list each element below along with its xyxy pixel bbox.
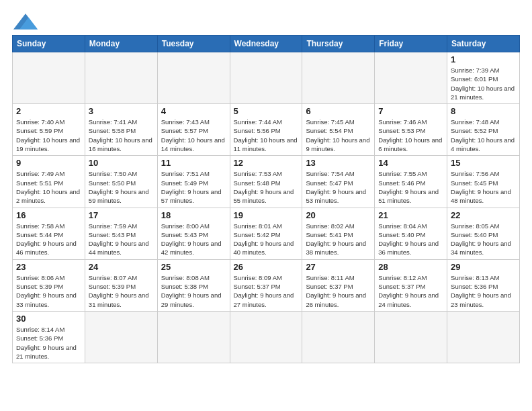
calendar-cell: 2Sunrise: 7:40 AM Sunset: 5:59 PM Daylig… [13,104,85,156]
calendar-cell [447,311,520,363]
day-header-friday: Friday [375,36,447,52]
calendar-cell [13,52,85,104]
calendar-cell [230,311,302,363]
calendar-cell: 8Sunrise: 7:48 AM Sunset: 5:52 PM Daylig… [447,104,520,156]
day-number: 24 [89,262,154,272]
day-info: Sunrise: 8:13 AM Sunset: 5:36 PM Dayligh… [451,273,516,309]
day-info: Sunrise: 8:08 AM Sunset: 5:38 PM Dayligh… [161,273,226,309]
calendar-table: SundayMondayTuesdayWednesdayThursdayFrid… [12,35,520,363]
day-number: 11 [161,158,226,168]
day-number: 15 [451,158,516,168]
calendar-week-row: 16Sunrise: 7:58 AM Sunset: 5:44 PM Dayli… [13,208,520,259]
day-info: Sunrise: 7:55 AM Sunset: 5:46 PM Dayligh… [378,169,443,205]
calendar-cell: 7Sunrise: 7:46 AM Sunset: 5:53 PM Daylig… [375,104,447,156]
day-info: Sunrise: 7:48 AM Sunset: 5:52 PM Dayligh… [451,118,516,153]
calendar-cell [302,311,375,363]
calendar-week-row: 9Sunrise: 7:49 AM Sunset: 5:51 PM Daylig… [13,156,520,208]
calendar-cell: 17Sunrise: 7:59 AM Sunset: 5:43 PM Dayli… [85,208,157,259]
calendar-week-row: 1Sunrise: 7:39 AM Sunset: 6:01 PM Daylig… [13,52,520,104]
day-info: Sunrise: 8:07 AM Sunset: 5:39 PM Dayligh… [89,273,154,309]
day-info: Sunrise: 7:41 AM Sunset: 5:58 PM Dayligh… [89,118,154,153]
calendar-cell [375,52,447,104]
day-number: 4 [161,106,226,116]
day-info: Sunrise: 8:06 AM Sunset: 5:39 PM Dayligh… [16,273,81,309]
day-number: 13 [306,158,371,168]
calendar-cell: 11Sunrise: 7:51 AM Sunset: 5:49 PM Dayli… [157,156,230,208]
calendar-cell: 13Sunrise: 7:54 AM Sunset: 5:47 PM Dayli… [302,156,375,208]
calendar-cell: 26Sunrise: 8:09 AM Sunset: 5:37 PM Dayli… [230,259,302,311]
day-number: 30 [16,314,81,324]
calendar-cell [302,52,375,104]
day-info: Sunrise: 7:39 AM Sunset: 6:01 PM Dayligh… [451,66,516,101]
day-header-thursday: Thursday [302,36,375,52]
calendar-cell: 3Sunrise: 7:41 AM Sunset: 5:58 PM Daylig… [85,104,157,156]
calendar-cell [375,311,447,363]
calendar-cell [157,311,230,363]
day-number: 23 [16,262,81,272]
day-info: Sunrise: 7:44 AM Sunset: 5:56 PM Dayligh… [234,118,299,153]
day-number: 29 [451,262,516,272]
calendar-cell [230,52,302,104]
calendar-cell: 5Sunrise: 7:44 AM Sunset: 5:56 PM Daylig… [230,104,302,156]
calendar-header-row: SundayMondayTuesdayWednesdayThursdayFrid… [13,36,520,52]
calendar-cell: 29Sunrise: 8:13 AM Sunset: 5:36 PM Dayli… [447,259,520,311]
calendar-week-row: 23Sunrise: 8:06 AM Sunset: 5:39 PM Dayli… [13,259,520,311]
day-number: 17 [89,210,154,220]
calendar-cell: 1Sunrise: 7:39 AM Sunset: 6:01 PM Daylig… [447,52,520,104]
calendar-cell: 16Sunrise: 7:58 AM Sunset: 5:44 PM Dayli… [13,208,85,259]
day-number: 25 [161,262,226,272]
logo [12,12,38,27]
day-info: Sunrise: 7:58 AM Sunset: 5:44 PM Dayligh… [16,222,81,257]
calendar-cell: 14Sunrise: 7:55 AM Sunset: 5:46 PM Dayli… [375,156,447,208]
day-number: 22 [451,210,516,220]
calendar-cell: 21Sunrise: 8:04 AM Sunset: 5:40 PM Dayli… [375,208,447,259]
day-header-wednesday: Wednesday [230,36,302,52]
day-info: Sunrise: 7:50 AM Sunset: 5:50 PM Dayligh… [89,169,154,205]
day-info: Sunrise: 8:12 AM Sunset: 5:37 PM Dayligh… [378,273,443,309]
day-header-sunday: Sunday [13,36,85,52]
calendar-cell [85,52,157,104]
calendar-cell: 4Sunrise: 7:43 AM Sunset: 5:57 PM Daylig… [157,104,230,156]
day-number: 10 [89,158,154,168]
calendar-cell: 28Sunrise: 8:12 AM Sunset: 5:37 PM Dayli… [375,259,447,311]
calendar-cell: 24Sunrise: 8:07 AM Sunset: 5:39 PM Dayli… [85,259,157,311]
day-info: Sunrise: 8:14 AM Sunset: 5:36 PM Dayligh… [16,325,81,361]
day-info: Sunrise: 8:02 AM Sunset: 5:41 PM Dayligh… [306,222,371,257]
calendar-cell: 19Sunrise: 8:01 AM Sunset: 5:42 PM Dayli… [230,208,302,259]
day-number: 18 [161,210,226,220]
day-number: 2 [16,106,81,116]
day-number: 1 [451,54,516,64]
day-info: Sunrise: 7:46 AM Sunset: 5:53 PM Dayligh… [378,118,443,153]
day-info: Sunrise: 7:53 AM Sunset: 5:48 PM Dayligh… [234,169,299,205]
calendar-cell: 10Sunrise: 7:50 AM Sunset: 5:50 PM Dayli… [85,156,157,208]
calendar-cell: 9Sunrise: 7:49 AM Sunset: 5:51 PM Daylig… [13,156,85,208]
page: SundayMondayTuesdayWednesdayThursdayFrid… [0,0,532,370]
day-number: 3 [89,106,154,116]
day-number: 7 [378,106,443,116]
calendar-cell [85,311,157,363]
day-number: 14 [378,158,443,168]
calendar-cell: 15Sunrise: 7:56 AM Sunset: 5:45 PM Dayli… [447,156,520,208]
day-header-monday: Monday [85,36,157,52]
calendar-cell: 12Sunrise: 7:53 AM Sunset: 5:48 PM Dayli… [230,156,302,208]
calendar-cell: 30Sunrise: 8:14 AM Sunset: 5:36 PM Dayli… [13,311,85,363]
calendar-cell: 25Sunrise: 8:08 AM Sunset: 5:38 PM Dayli… [157,259,230,311]
day-number: 20 [306,210,371,220]
header [12,12,520,27]
day-number: 26 [234,262,299,272]
day-number: 19 [234,210,299,220]
calendar-cell: 20Sunrise: 8:02 AM Sunset: 5:41 PM Dayli… [302,208,375,259]
day-info: Sunrise: 7:43 AM Sunset: 5:57 PM Dayligh… [161,118,226,153]
day-info: Sunrise: 8:04 AM Sunset: 5:40 PM Dayligh… [378,222,443,257]
day-number: 6 [306,106,371,116]
day-number: 21 [378,210,443,220]
day-number: 16 [16,210,81,220]
day-number: 5 [234,106,299,116]
calendar-cell: 18Sunrise: 8:00 AM Sunset: 5:43 PM Dayli… [157,208,230,259]
calendar-cell: 27Sunrise: 8:11 AM Sunset: 5:37 PM Dayli… [302,259,375,311]
calendar-week-row: 30Sunrise: 8:14 AM Sunset: 5:36 PM Dayli… [13,311,520,363]
day-info: Sunrise: 8:00 AM Sunset: 5:43 PM Dayligh… [161,222,226,257]
day-number: 12 [234,158,299,168]
day-number: 28 [378,262,443,272]
day-info: Sunrise: 7:56 AM Sunset: 5:45 PM Dayligh… [451,169,516,205]
